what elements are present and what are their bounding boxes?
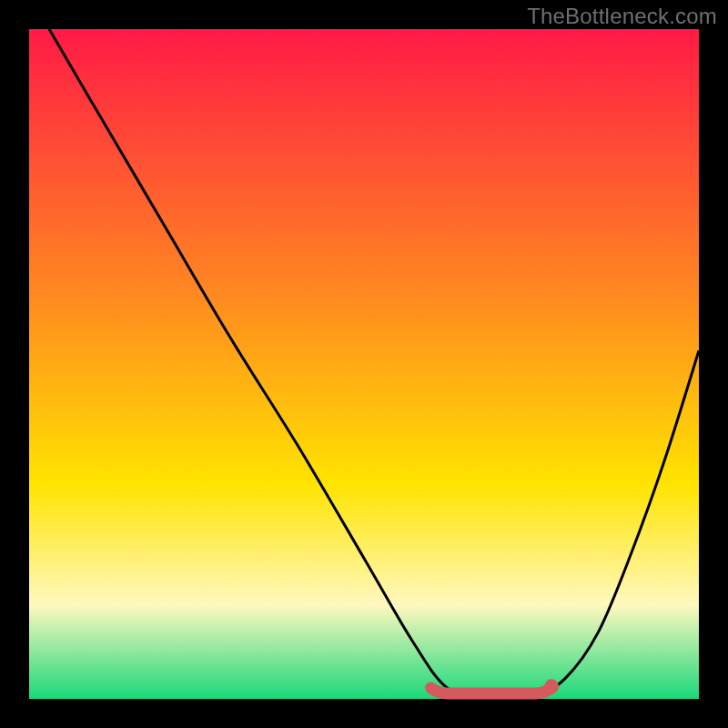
plot-background — [29, 29, 699, 699]
watermark-text: TheBottleneck.com — [527, 4, 717, 29]
optimal-range-marker — [431, 688, 551, 693]
optimal-point-dot — [544, 679, 559, 693]
bottleneck-chart — [0, 0, 728, 728]
chart-frame: TheBottleneck.com — [0, 0, 728, 728]
